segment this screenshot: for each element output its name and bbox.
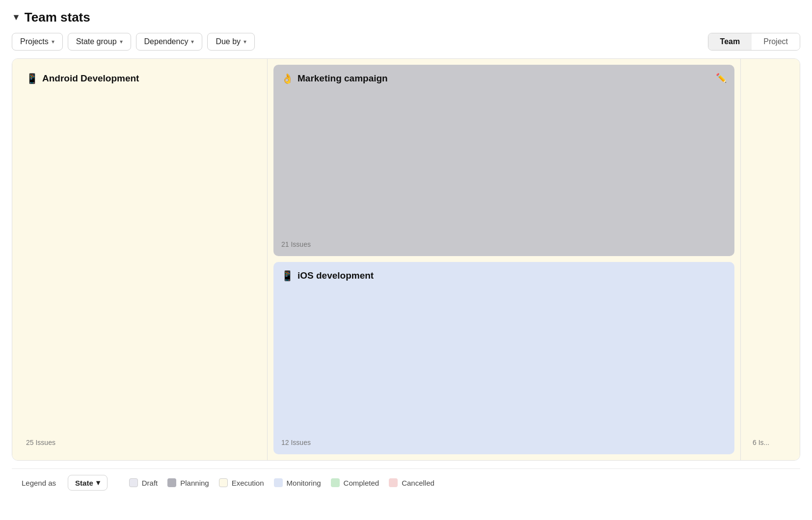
monitoring-color: [274, 478, 283, 487]
legend-planning: Planning: [167, 478, 209, 487]
team-view-button[interactable]: Team: [708, 33, 752, 50]
legend-execution: Execution: [219, 478, 264, 487]
draft-color: [129, 478, 138, 487]
collapse-icon[interactable]: ▼: [12, 12, 21, 23]
marketing-issue-count: 21 Issues: [281, 234, 311, 248]
due-by-filter-button[interactable]: Due by ▾: [207, 33, 255, 51]
ios-emoji: 📱: [281, 270, 294, 282]
planning-color: [167, 478, 176, 487]
chevron-down-icon: ▾: [120, 38, 123, 45]
projects-filter-button[interactable]: Projects ▾: [12, 33, 63, 51]
completed-color: [331, 478, 340, 487]
toolbar: Projects ▾ State group ▾ Dependency ▾ Du…: [12, 33, 800, 51]
chevron-down-icon: ▾: [52, 38, 54, 45]
android-title: Android Development: [42, 73, 139, 84]
page-header: ▼ Team stats: [12, 10, 800, 25]
edit-button[interactable]: ✏️: [716, 73, 727, 83]
ios-issue-count: 12 Issues: [281, 433, 311, 446]
execution-color: [219, 478, 228, 487]
ios-card: 📱 iOS development 12 Issues: [273, 262, 734, 454]
legend-as-label: Legend as: [22, 479, 56, 487]
right-card: 6 Is...: [747, 65, 794, 454]
legend-monitoring: Monitoring: [274, 478, 321, 487]
legend-state-button[interactable]: State ▾: [68, 475, 108, 491]
chevron-down-icon: ▾: [244, 38, 246, 45]
legend-bar: Legend as State ▾ Draft Planning Executi…: [12, 468, 800, 496]
middle-column: 👌 Marketing campaign ✏️ 21 Issues 📱 iOS …: [268, 59, 741, 460]
cancelled-label: Cancelled: [402, 479, 434, 487]
android-card: 📱 Android Development 25 Issues: [18, 65, 261, 454]
execution-label: Execution: [232, 479, 264, 487]
legend-cancelled: Cancelled: [389, 478, 434, 487]
android-emoji: 📱: [26, 73, 38, 84]
completed-label: Completed: [344, 479, 379, 487]
project-view-button[interactable]: Project: [752, 33, 800, 50]
android-column: 📱 Android Development 25 Issues: [12, 59, 268, 460]
draft-label: Draft: [142, 479, 158, 487]
right-issue-count: 6 Is...: [753, 439, 769, 446]
android-issue-count: 25 Issues: [26, 433, 55, 446]
right-column: 6 Is...: [741, 59, 800, 460]
legend-completed: Completed: [331, 478, 379, 487]
dependency-filter-button[interactable]: Dependency ▾: [136, 33, 203, 51]
planning-label: Planning: [180, 479, 209, 487]
monitoring-label: Monitoring: [287, 479, 321, 487]
chevron-down-icon: ▾: [191, 38, 194, 45]
marketing-emoji: 👌: [281, 73, 294, 84]
marketing-title: Marketing campaign: [298, 73, 388, 84]
page-title: Team stats: [25, 10, 90, 25]
legend-draft: Draft: [129, 478, 158, 487]
marketing-card: 👌 Marketing campaign ✏️ 21 Issues: [273, 65, 734, 256]
state-group-filter-button[interactable]: State group ▾: [68, 33, 131, 51]
view-toggle: Team Project: [708, 33, 800, 51]
ios-title: iOS development: [298, 270, 374, 281]
legend-items: Draft Planning Execution Monitoring Comp…: [129, 478, 434, 487]
chevron-down-icon: ▾: [96, 478, 100, 487]
main-grid: 📱 Android Development 25 Issues 👌 Market…: [12, 58, 800, 461]
cancelled-color: [389, 478, 398, 487]
